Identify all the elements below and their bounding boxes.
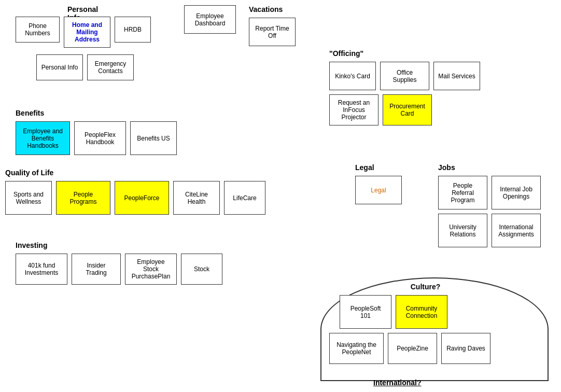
navigating-peoplenet-node[interactable]: Navigating the PeopleNet bbox=[329, 333, 384, 364]
401k-node[interactable]: 401k fund Investments bbox=[16, 254, 67, 285]
officing-row1: Kinko's Card Office Supplies Mail Servic… bbox=[329, 62, 480, 90]
benefits-title: Benefits bbox=[16, 109, 177, 117]
peoplesoft-101-node[interactable]: PeopleSoft 101 bbox=[340, 295, 391, 329]
lifecare-node[interactable]: LifeCare bbox=[224, 181, 265, 215]
benefits-section: Benefits Employee and Benefits Handbooks… bbox=[16, 109, 177, 155]
culture-row1: PeopleSoft 101 Community Connection bbox=[329, 295, 490, 329]
peopleflex-handbook-node[interactable]: PeopleFlex Handbook bbox=[74, 121, 126, 155]
personal-info-row1: Phone Numbers Home and Mailing Address H… bbox=[16, 17, 151, 48]
request-infocus-node[interactable]: Request an InFocus Projector bbox=[329, 94, 378, 125]
investing-section: Investing 401k fund Investments Insider … bbox=[16, 241, 222, 285]
employee-stock-node[interactable]: Employee Stock PurchasePlan bbox=[125, 254, 177, 285]
culture-title: Culture? bbox=[329, 283, 490, 291]
home-mailing-node[interactable]: Home and Mailing Address bbox=[64, 17, 110, 48]
office-supplies-node[interactable]: Office Supplies bbox=[380, 62, 429, 90]
officing-row2: Request an InFocus Projector Procurement… bbox=[329, 94, 480, 125]
culture-row2: Navigating the PeopleNet PeopleZine Ravi… bbox=[329, 333, 490, 364]
culture-section: Culture? PeopleSoft 101 Community Connec… bbox=[329, 283, 490, 364]
vacations-section: Vacations Report Time Off bbox=[249, 5, 296, 46]
personal-info-row2: Personal Info Emergency Contacts bbox=[36, 54, 134, 80]
kinkos-card-node[interactable]: Kinko's Card bbox=[329, 62, 376, 90]
benefits-row: Employee and Benefits Handbooks PeopleFl… bbox=[16, 121, 177, 155]
emergency-contacts-node[interactable]: Emergency Contacts bbox=[87, 54, 134, 80]
stock-node[interactable]: Stock bbox=[181, 254, 222, 285]
hrdb-node[interactable]: HRDB bbox=[115, 17, 151, 43]
legal-section: Legal Legal bbox=[355, 163, 402, 204]
international-section: International? bbox=[373, 379, 422, 387]
legal-node[interactable]: Legal bbox=[355, 176, 402, 204]
university-relations-node[interactable]: University Relations bbox=[438, 214, 487, 247]
people-referral-node[interactable]: People Referral Program bbox=[438, 176, 487, 209]
international-assignments-node[interactable]: International Assignments bbox=[492, 214, 541, 247]
employee-dashboard-node[interactable]: Employee Dashboard bbox=[184, 5, 236, 34]
jobs-section: Jobs People Referral Program Internal Jo… bbox=[438, 163, 541, 247]
international-title: International? bbox=[373, 379, 422, 387]
legal-title: Legal bbox=[355, 163, 402, 172]
peoplezine-node[interactable]: PeopleZine bbox=[388, 333, 437, 364]
citeline-health-node[interactable]: CiteLine Health bbox=[173, 181, 220, 215]
main-page: Personal Info Phone Numbers Home and Mai… bbox=[0, 0, 561, 392]
procurement-card-node[interactable]: Procurement Card bbox=[383, 94, 432, 125]
vacations-title: Vacations bbox=[249, 5, 296, 13]
mail-services-node[interactable]: Mail Services bbox=[433, 62, 480, 90]
raving-daves-node[interactable]: Raving Daves bbox=[441, 333, 490, 364]
qol-row: Sports and Wellness People Programs Peop… bbox=[0, 181, 265, 215]
report-time-off-node[interactable]: Report Time Off bbox=[249, 18, 296, 46]
sports-wellness-node[interactable]: Sports and Wellness bbox=[5, 181, 52, 215]
qol-section: Quality of Life Sports and Wellness Peop… bbox=[0, 169, 265, 215]
personal-info-sub-node[interactable]: Personal Info bbox=[36, 54, 83, 80]
jobs-title: Jobs bbox=[438, 163, 541, 172]
benefits-us-node[interactable]: Benefits US bbox=[130, 121, 177, 155]
officing-title: "Officing" bbox=[329, 49, 480, 58]
insider-trading-node[interactable]: Insider Trading bbox=[72, 254, 121, 285]
officing-section: "Officing" Kinko's Card Office Supplies … bbox=[329, 49, 480, 125]
phone-numbers-node[interactable]: Phone Numbers bbox=[16, 17, 60, 43]
internal-job-openings-node[interactable]: Internal Job Openings bbox=[492, 176, 541, 209]
jobs-grid: People Referral Program Internal Job Ope… bbox=[438, 176, 541, 247]
investing-title: Investing bbox=[16, 241, 222, 249]
community-connection-node[interactable]: Community Connection bbox=[396, 295, 447, 329]
people-programs-node[interactable]: People Programs bbox=[56, 181, 110, 215]
peopleforce-node[interactable]: PeopleForce bbox=[115, 181, 169, 215]
qol-title: Quality of Life bbox=[0, 169, 265, 177]
investing-row: 401k fund Investments Insider Trading Em… bbox=[16, 254, 222, 285]
employee-benefits-handbooks-node[interactable]: Employee and Benefits Handbooks bbox=[16, 121, 70, 155]
